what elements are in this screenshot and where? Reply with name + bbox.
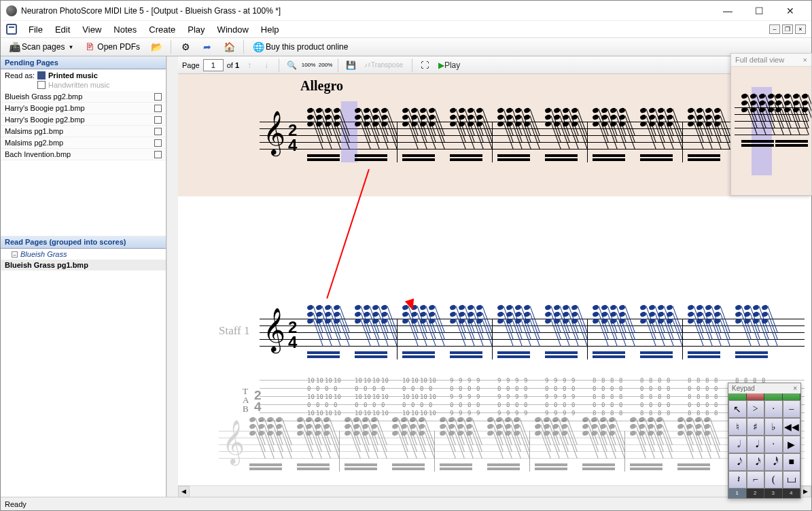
keypad-bottom-tabs[interactable]: 1234 [728,489,800,498]
transpose-button[interactable]: ♪♯ Transpose [361,58,406,72]
staff-preview: 𝄞 [219,431,805,472]
keypad-close-icon[interactable]: × [793,385,797,392]
handwritten-row: Handwritten music [5,80,162,90]
full-detail-panel[interactable]: Full detail view × [730,53,812,196]
next-system-preview: 𝄞 [178,404,811,478]
maximize-button[interactable]: ☐ [743,1,775,21]
file-checkbox[interactable] [154,151,162,158]
home-button[interactable]: 🏠 [219,39,239,54]
score-area[interactable]: Allegro Rolan 𝄞 24 Staff 1 𝄞 24 [178,74,811,485]
save-button[interactable]: 💾 [344,58,357,72]
recognized-score-panel: Staff 1 𝄞 24 T A B 24 100100101001001010… [178,251,811,400]
keypad-key[interactable]: 𝅘𝅥𝅮 [728,453,747,471]
keypad-key[interactable]: · [764,400,783,418]
sidebar-scrollbar[interactable] [166,56,178,497]
list-item[interactable]: Malsims pg1.bmp [1,126,166,137]
keypad-key[interactable]: ⌴ [783,471,801,489]
list-item[interactable]: Blueish Grass pg2.bmp [1,91,166,103]
page-input[interactable] [203,59,224,71]
collapse-icon[interactable]: – [12,251,18,258]
score-group-row[interactable]: – Blueish Grass [1,249,166,260]
sidebar: Pending Pages Read as: Printed music Han… [1,56,166,497]
send-icon: ➦ [202,41,213,52]
menu-edit[interactable]: Edit [49,23,76,36]
keypad-tabs[interactable] [728,393,800,400]
keypad-key[interactable]: ◀◀ [783,418,801,436]
tempo-marking: Allegro [300,78,343,94]
globe-icon: 🌐 [253,41,264,52]
treble-clef-icon: 𝄞 [222,423,245,461]
prev-page-button[interactable]: ↑ [243,58,256,72]
zoom-button[interactable]: 🔍 [285,58,298,72]
list-item[interactable]: Bach Invention.bmp [1,149,166,160]
keypad-key[interactable]: 𝅗𝅥 [728,436,747,453]
list-item[interactable]: Harry's Boogie pg1.bmp [1,103,166,114]
score-page-row[interactable]: Blueish Grass pg1.bmp [1,260,166,270]
scroll-left-button[interactable]: ◀ [178,486,190,497]
gear-icon: ⚙ [180,41,191,52]
keypad-key[interactable]: ♭ [764,418,783,436]
keypad-grid: ↖ > · – ♮ ♯ ♭ ◀◀ 𝅗𝅥 𝅘𝅥 · ▶ 𝅘𝅥𝅮 𝅘𝅥𝅯 𝅘𝅥𝅰 ■… [728,400,800,489]
statusbar: Ready [1,497,811,510]
menu-play[interactable]: Play [181,23,211,36]
keypad-key[interactable]: ▶ [783,436,801,453]
keypad-key[interactable]: ↖ [728,400,747,418]
keypad-key[interactable]: ( [764,471,783,489]
keypad-key[interactable]: 𝅘𝅥𝅰 [764,453,783,471]
minimize-button[interactable]: — [712,1,743,21]
menu-window[interactable]: Window [211,23,255,36]
horizontal-scrollbar[interactable]: ◀ ▶ [178,485,811,497]
open-file-button[interactable]: 📂 [147,39,166,54]
keypad-key[interactable]: > [747,400,765,418]
file-checkbox[interactable] [154,139,162,147]
keypad-key[interactable]: ♯ [747,418,765,436]
open-pdfs-label: Open PDFs [97,42,140,52]
keypad-key[interactable]: ■ [783,453,801,471]
scan-pages-button[interactable]: 📠 Scan pages ▼ [5,39,77,54]
keypad-title: Keypad [732,385,755,392]
read-pages-header: Read Pages (grouped into scores) [1,236,166,249]
file-checkbox[interactable] [154,128,162,135]
zoom-100-button[interactable]: 100% [302,58,315,72]
menu-help[interactable]: Help [255,23,285,36]
scanned-score-panel: Allegro Rolan 𝄞 24 [178,74,811,196]
menu-notes[interactable]: Notes [107,23,143,36]
file-checkbox[interactable] [154,93,162,101]
menu-file[interactable]: File [22,23,49,36]
next-page-button[interactable]: ↓ [260,58,273,72]
keypad-key[interactable]: – [783,400,801,418]
close-button[interactable]: ✕ [775,1,806,21]
zoom-200-button[interactable]: 200% [319,58,332,72]
printed-music-checkbox[interactable] [37,71,46,80]
keypad-key[interactable]: 𝄽 [728,471,747,489]
toolbar: 📠 Scan pages ▼ 🖹 Open PDFs 📂 ⚙ ➦ 🏠 🌐 Buy… [1,37,811,56]
mdi-close-button[interactable]: × [795,24,806,34]
fullscreen-button[interactable]: ⛶ [418,58,431,72]
menu-create[interactable]: Create [143,23,181,36]
keypad-key[interactable]: ⌐ [747,471,765,489]
buy-button[interactable]: 🌐 Buy this product online [249,39,352,54]
staff-scanned: 𝄞 24 [260,122,805,162]
open-pdfs-button[interactable]: 🖹 Open PDFs [80,39,144,54]
keypad-key[interactable]: 𝅘𝅥𝅯 [747,453,765,471]
printed-music-label: Printed music [48,71,98,80]
keypad-key[interactable]: · [764,436,783,453]
file-checkbox[interactable] [154,116,162,124]
chevron-down-icon: ▼ [68,44,73,50]
play-button[interactable]: ▶ Play [435,58,463,72]
app-icon [6,5,17,16]
list-item[interactable]: Harry's Boogie pg2.bmp [1,114,166,126]
mdi-minimize-button[interactable]: – [769,24,780,34]
keypad-key[interactable]: ♮ [728,418,747,436]
keypad-key[interactable]: 𝅘𝅥 [747,436,765,453]
detail-close-icon[interactable]: × [803,56,807,64]
scan-label: Scan pages [22,42,65,52]
scroll-right-button[interactable]: ▶ [800,486,811,497]
file-checkbox[interactable] [154,105,162,112]
mdi-restore-button[interactable]: ❐ [782,24,793,34]
menu-view[interactable]: View [76,23,107,36]
keypad-panel[interactable]: Keypad × ↖ > · – ♮ ♯ ♭ ◀◀ 𝅗𝅥 𝅘𝅥 · ▶ 𝅘𝅥𝅮 … [728,383,801,499]
send-button[interactable]: ➦ [198,39,217,54]
preferences-button[interactable]: ⚙ [176,39,195,54]
list-item[interactable]: Malsims pg2.bmp [1,137,166,149]
